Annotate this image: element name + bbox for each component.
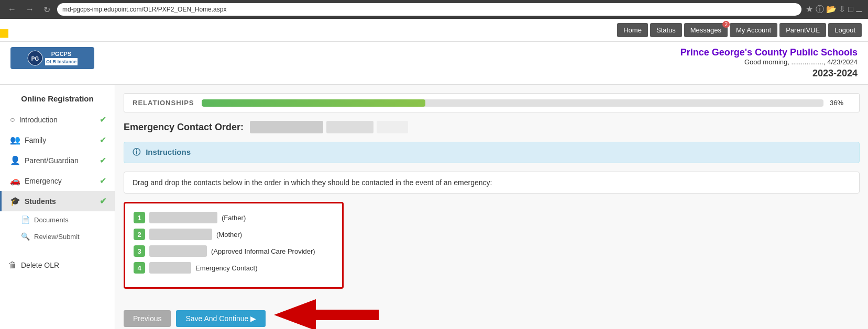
address-bar[interactable]: md-pgcps-imp.edupoint.com/OLR/PXP2_OEN_H…: [57, 3, 801, 16]
contact-type-4: Emergency Contact): [195, 264, 258, 272]
contact-name-bar-2: [149, 229, 212, 240]
contact-order-boxes: [250, 121, 408, 133]
svg-text:PG: PG: [31, 56, 39, 62]
contact-type-2: (Mother): [216, 231, 242, 239]
arrow-annotation: [274, 299, 379, 329]
school-name: Prince George's County Public Schools: [680, 47, 858, 58]
students-check-icon: ✔: [100, 196, 106, 206]
sidebar-title: Online Registration: [0, 90, 115, 109]
save-continue-button[interactable]: Save And Continue ▶: [176, 310, 266, 327]
progress-bar-fill: [202, 99, 425, 107]
top-nav: Home Status Messages 2 My Account Parent…: [0, 19, 868, 42]
progress-section: RELATIONSHIPS 36%: [124, 93, 860, 112]
sidebar-item-students[interactable]: 🎓 Students ✔: [0, 191, 115, 211]
my-account-nav-button[interactable]: My Account: [730, 23, 777, 37]
svg-marker-2: [274, 299, 379, 329]
introduction-icon: ○: [10, 115, 15, 124]
review-submit-icon: 🔍: [21, 232, 30, 241]
status-nav-button[interactable]: Status: [650, 23, 682, 37]
sidebar-item-family[interactable]: 👥 Family ✔: [0, 130, 115, 150]
contact-order-box-2: [326, 121, 373, 133]
contact-order-label: Emergency Contact Order:: [124, 122, 244, 133]
instructions-box: ⓘ Instructions: [124, 142, 860, 163]
delete-icon: 🗑: [8, 260, 17, 270]
contact-order-row: Emergency Contact Order:: [124, 121, 860, 133]
family-check-icon: ✔: [100, 135, 106, 145]
sidebar-subitem-documents[interactable]: 📄 Documents: [0, 211, 115, 228]
contact-row-2[interactable]: 2 (Mother): [134, 229, 334, 240]
refresh-button[interactable]: ↻: [41, 4, 53, 16]
parent-vue-nav-button[interactable]: ParentVUE: [779, 23, 826, 37]
sidebar-item-emergency[interactable]: 🚗 Emergency ✔: [0, 171, 115, 191]
logo-box: PG PGCPS OLR Instance: [10, 47, 94, 69]
contact-type-3: (Approved Informal Care Provider): [211, 247, 315, 255]
sidebar: Online Registration ○ Introduction ✔ 👥 F…: [0, 85, 115, 329]
contact-name-bar-3: [149, 245, 207, 257]
parent-guardian-check-icon: ✔: [100, 155, 106, 165]
parent-guardian-icon: 👤: [10, 155, 20, 165]
buttons-row: Previous Save And Continue ▶: [124, 310, 266, 327]
school-info: Prince George's County Public Schools Go…: [680, 47, 858, 79]
browser-bar: ← → ↻ md-pgcps-imp.edupoint.com/OLR/PXP2…: [0, 0, 868, 19]
contact-row-4[interactable]: 4 Emergency Contact): [134, 262, 334, 274]
contact-number-2: 2: [134, 229, 145, 240]
progress-label: 36%: [830, 99, 851, 107]
save-chevron-icon: ▶: [250, 314, 256, 323]
contact-row-3[interactable]: 3 (Approved Informal Care Provider): [134, 245, 334, 257]
greeting-text: Good morning, ................., 4/23/20…: [680, 58, 858, 66]
back-button[interactable]: ←: [5, 4, 19, 15]
contact-type-1: (Father): [222, 214, 246, 222]
logo-subtitle: OLR Instance: [45, 58, 78, 65]
main-layout: Online Registration ○ Introduction ✔ 👥 F…: [0, 85, 868, 329]
contact-name-bar-4: [149, 262, 191, 274]
contacts-area: 1 (Father) 2 (Mother) 3 (Approved Inform…: [124, 202, 344, 289]
instructions-text: Drag and drop the contacts below in the …: [124, 172, 860, 194]
contact-number-3: 3: [134, 245, 145, 257]
introduction-check-icon: ✔: [100, 115, 106, 124]
year-badge: 2023-2024: [680, 68, 858, 79]
contact-row-1[interactable]: 1 (Father): [134, 212, 334, 223]
previous-button[interactable]: Previous: [124, 310, 171, 327]
yellow-tab: [0, 29, 8, 38]
students-icon: 🎓: [10, 196, 20, 206]
messages-nav-button[interactable]: Messages 2: [684, 23, 728, 37]
contact-order-box-3: [377, 121, 408, 133]
contact-number-1: 1: [134, 212, 145, 223]
documents-icon: 📄: [21, 215, 30, 224]
contact-number-4: 4: [134, 262, 145, 274]
red-arrow-svg: [274, 299, 379, 329]
school-logo-icon: PG: [27, 50, 43, 66]
main-content: RELATIONSHIPS 36% Emergency Contact Orde…: [115, 85, 868, 329]
contact-name-bar-1: [149, 212, 217, 223]
sidebar-item-parent-guardian[interactable]: 👤 Parent/Guardian ✔: [0, 150, 115, 171]
contact-order-box-1: [250, 121, 323, 133]
sidebar-item-introduction[interactable]: ○ Introduction ✔: [0, 109, 115, 130]
logout-nav-button[interactable]: Logout: [828, 23, 862, 37]
progress-bar-container: [202, 99, 823, 107]
header-area: PG PGCPS OLR Instance Prince George's Co…: [0, 42, 868, 85]
info-icon: ⓘ: [133, 148, 140, 156]
home-nav-button[interactable]: Home: [617, 23, 648, 37]
browser-action-icons: ★ ⓘ 📂 ⇩ □ ⚊: [806, 4, 863, 15]
emergency-icon: 🚗: [10, 176, 20, 186]
emergency-check-icon: ✔: [100, 176, 106, 186]
messages-badge: 2: [722, 21, 730, 28]
forward-button[interactable]: →: [23, 4, 37, 15]
logo-area: PG PGCPS OLR Instance: [10, 47, 94, 69]
section-label: RELATIONSHIPS: [133, 99, 195, 107]
delete-olr-button[interactable]: 🗑 Delete OLR: [0, 255, 115, 275]
sidebar-subitem-review-submit[interactable]: 🔍 Review/Submit: [0, 228, 115, 245]
action-row: Previous Save And Continue ▶: [124, 299, 860, 329]
family-icon: 👥: [10, 135, 20, 145]
